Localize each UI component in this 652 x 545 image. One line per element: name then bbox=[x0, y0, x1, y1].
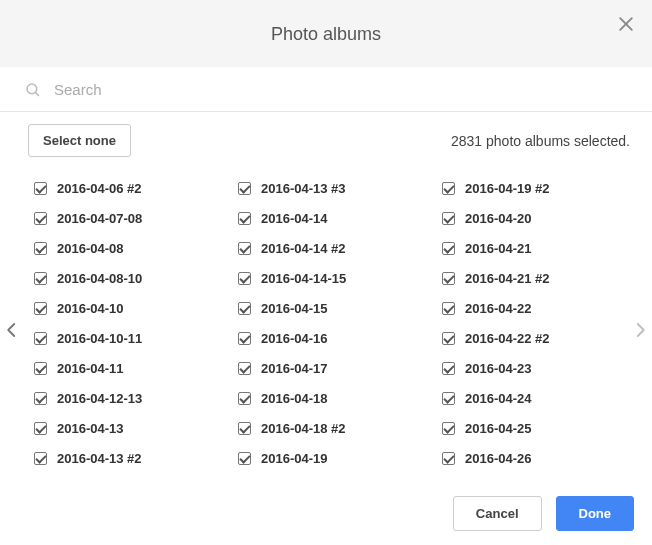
album-label: 2016-04-18 #2 bbox=[261, 421, 346, 436]
album-item[interactable]: 2016-04-25 bbox=[442, 413, 618, 443]
album-label: 2016-04-25 bbox=[465, 421, 532, 436]
chevron-right-icon bbox=[631, 316, 649, 344]
album-label: 2016-04-24 bbox=[465, 391, 532, 406]
album-item[interactable]: 2016-04-18 bbox=[238, 383, 414, 413]
album-item[interactable]: 2016-04-10 bbox=[34, 293, 210, 323]
album-label: 2016-04-13 bbox=[57, 421, 124, 436]
album-checkbox[interactable] bbox=[442, 212, 455, 225]
album-label: 2016-04-18 bbox=[261, 391, 328, 406]
album-label: 2016-04-23 bbox=[465, 361, 532, 376]
album-item[interactable]: 2016-04-13 #2 bbox=[34, 443, 210, 473]
album-checkbox[interactable] bbox=[442, 362, 455, 375]
album-checkbox[interactable] bbox=[442, 242, 455, 255]
album-label: 2016-04-22 bbox=[465, 301, 532, 316]
done-button[interactable]: Done bbox=[556, 496, 635, 531]
album-item[interactable]: 2016-04-17 bbox=[238, 353, 414, 383]
album-label: 2016-04-26 bbox=[465, 451, 532, 466]
album-label: 2016-04-13 #2 bbox=[57, 451, 142, 466]
album-checkbox[interactable] bbox=[442, 272, 455, 285]
select-none-button[interactable]: Select none bbox=[28, 124, 131, 157]
album-label: 2016-04-21 #2 bbox=[465, 271, 550, 286]
search-input[interactable] bbox=[52, 80, 628, 99]
album-checkbox[interactable] bbox=[238, 392, 251, 405]
album-checkbox[interactable] bbox=[238, 362, 251, 375]
album-item[interactable]: 2016-04-26 bbox=[442, 443, 618, 473]
album-label: 2016-04-15 bbox=[261, 301, 328, 316]
album-checkbox[interactable] bbox=[238, 242, 251, 255]
page-prev-button[interactable] bbox=[0, 310, 26, 350]
album-item[interactable]: 2016-04-18 #2 bbox=[238, 413, 414, 443]
album-checkbox[interactable] bbox=[34, 452, 47, 465]
selection-status: 2831 photo albums selected. bbox=[451, 133, 630, 149]
cancel-button[interactable]: Cancel bbox=[453, 496, 542, 531]
album-checkbox[interactable] bbox=[238, 302, 251, 315]
album-item[interactable]: 2016-04-15 bbox=[238, 293, 414, 323]
album-label: 2016-04-14 bbox=[261, 211, 328, 226]
album-label: 2016-04-22 #2 bbox=[465, 331, 550, 346]
album-column: 2016-04-06 #22016-04-07-082016-04-082016… bbox=[34, 173, 210, 486]
album-item[interactable]: 2016-04-08-10 bbox=[34, 263, 210, 293]
album-checkbox[interactable] bbox=[34, 392, 47, 405]
search-icon bbox=[24, 81, 42, 99]
album-checkbox[interactable] bbox=[34, 422, 47, 435]
album-checkbox[interactable] bbox=[34, 182, 47, 195]
close-button[interactable] bbox=[610, 8, 642, 40]
album-label: 2016-04-07-08 bbox=[57, 211, 142, 226]
album-item[interactable]: 2016-04-07-08 bbox=[34, 203, 210, 233]
album-label: 2016-04-21 bbox=[465, 241, 532, 256]
page-next-button[interactable] bbox=[626, 310, 652, 350]
album-label: 2016-04-17 bbox=[261, 361, 328, 376]
album-checkbox[interactable] bbox=[442, 182, 455, 195]
album-label: 2016-04-11 bbox=[57, 361, 124, 376]
album-item[interactable]: 2016-04-13 #3 bbox=[238, 173, 414, 203]
album-item[interactable]: 2016-04-19 bbox=[238, 443, 414, 473]
album-checkbox[interactable] bbox=[34, 242, 47, 255]
album-checkbox[interactable] bbox=[238, 212, 251, 225]
album-item[interactable]: 2016-04-22 #2 bbox=[442, 323, 618, 353]
album-checkbox[interactable] bbox=[442, 392, 455, 405]
album-item[interactable]: 2016-04-06 #2 bbox=[34, 173, 210, 203]
album-checkbox[interactable] bbox=[34, 272, 47, 285]
album-label: 2016-04-08-10 bbox=[57, 271, 142, 286]
album-item[interactable]: 2016-04-11 bbox=[34, 353, 210, 383]
album-item[interactable]: 2016-04-12-13 bbox=[34, 383, 210, 413]
album-item[interactable]: 2016-04-23 bbox=[442, 353, 618, 383]
album-checkbox[interactable] bbox=[442, 452, 455, 465]
album-item[interactable]: 2016-04-20 bbox=[442, 203, 618, 233]
album-item[interactable]: 2016-04-14 bbox=[238, 203, 414, 233]
album-checkbox[interactable] bbox=[442, 332, 455, 345]
album-item[interactable]: 2016-04-21 #2 bbox=[442, 263, 618, 293]
album-item[interactable]: 2016-04-13 bbox=[34, 413, 210, 443]
album-label: 2016-04-06 #2 bbox=[57, 181, 142, 196]
album-item[interactable]: 2016-04-08 bbox=[34, 233, 210, 263]
album-checkbox[interactable] bbox=[442, 422, 455, 435]
album-label: 2016-04-10 bbox=[57, 301, 124, 316]
album-label: 2016-04-13 #3 bbox=[261, 181, 346, 196]
dialog-footer: Cancel Done bbox=[0, 486, 652, 545]
album-label: 2016-04-12-13 bbox=[57, 391, 142, 406]
album-checkbox[interactable] bbox=[238, 182, 251, 195]
album-item[interactable]: 2016-04-10-11 bbox=[34, 323, 210, 353]
album-item[interactable]: 2016-04-14-15 bbox=[238, 263, 414, 293]
album-checkbox[interactable] bbox=[238, 332, 251, 345]
album-checkbox[interactable] bbox=[442, 302, 455, 315]
album-label: 2016-04-08 bbox=[57, 241, 124, 256]
album-item[interactable]: 2016-04-21 bbox=[442, 233, 618, 263]
album-checkbox[interactable] bbox=[34, 212, 47, 225]
album-item[interactable]: 2016-04-16 bbox=[238, 323, 414, 353]
album-item[interactable]: 2016-04-24 bbox=[442, 383, 618, 413]
dialog-header: Photo albums bbox=[0, 0, 652, 68]
album-checkbox[interactable] bbox=[34, 362, 47, 375]
album-checkbox[interactable] bbox=[34, 332, 47, 345]
album-columns: 2016-04-06 #22016-04-07-082016-04-082016… bbox=[0, 173, 652, 486]
album-checkbox[interactable] bbox=[238, 452, 251, 465]
close-icon bbox=[616, 14, 636, 34]
album-item[interactable]: 2016-04-14 #2 bbox=[238, 233, 414, 263]
album-checkbox[interactable] bbox=[34, 302, 47, 315]
search-row bbox=[0, 72, 652, 112]
album-checkbox[interactable] bbox=[238, 272, 251, 285]
album-item[interactable]: 2016-04-19 #2 bbox=[442, 173, 618, 203]
album-checkbox[interactable] bbox=[238, 422, 251, 435]
album-item[interactable]: 2016-04-22 bbox=[442, 293, 618, 323]
svg-point-2 bbox=[27, 84, 37, 94]
